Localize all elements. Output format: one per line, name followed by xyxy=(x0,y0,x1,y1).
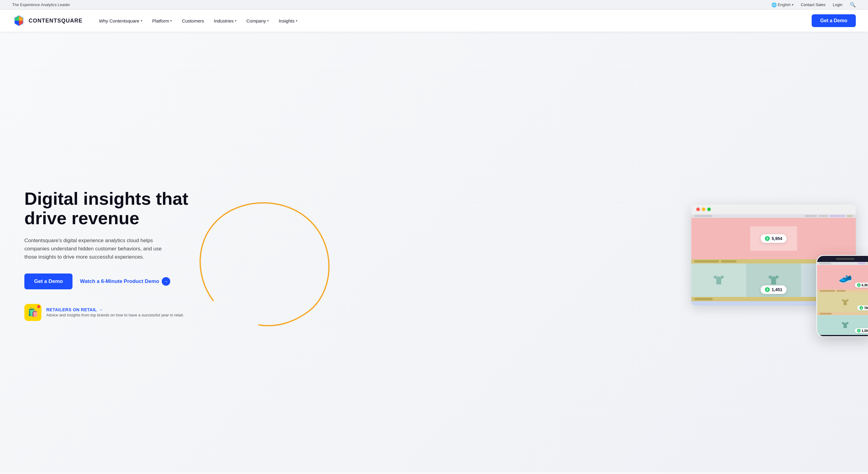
nav-item-industries[interactable]: Industries ▾ xyxy=(210,16,241,26)
price-badge-middle: $ 1,451 xyxy=(761,285,786,294)
nav-label-industries: Industries xyxy=(214,18,234,24)
mobile-bar-row-2 xyxy=(817,312,868,315)
tshirt-icon-mobile-2 xyxy=(840,320,850,330)
promo-text: RETAILERS ON RETAIL → Advice and insight… xyxy=(46,307,184,317)
mobile-bar-row xyxy=(817,289,868,292)
dollar-icon: $ xyxy=(857,329,861,333)
hero-secondary-label: Watch a 6-Minute Product Demo xyxy=(80,278,159,284)
hero-secondary-link[interactable]: Watch a 6-Minute Product Demo → xyxy=(80,277,170,286)
dollar-icon: $ xyxy=(857,283,861,287)
chevron-down-icon: ▾ xyxy=(267,19,269,23)
mobile-bot-price: 1,306 xyxy=(862,329,868,333)
window-close-dot xyxy=(696,207,700,211)
hero-section: Digital insights that drive revenue Cont… xyxy=(0,32,868,472)
window-min-dot xyxy=(702,207,705,211)
shoe-icon: 👟 xyxy=(838,271,852,283)
mobile-home-indicator xyxy=(836,258,854,260)
chevron-down-icon: ▾ xyxy=(792,3,794,6)
mobile-price-bot: $ 1,306 xyxy=(855,328,868,333)
nav-label-insights: Insights xyxy=(279,18,294,24)
dollar-icon: $ xyxy=(765,236,770,241)
hero-subtitle: Contentsquare's digital experience analy… xyxy=(24,236,164,261)
price-badge-top: $ 5,954 xyxy=(761,234,786,243)
nav-label-platform: Platform xyxy=(152,18,169,24)
tshirt-icon-1 xyxy=(711,273,726,287)
arrow-circle-icon: → xyxy=(162,277,170,286)
hero-visual: $ 5,954 xyxy=(201,179,856,331)
mobile-mockup: 👟 $ 6,381 $ xyxy=(816,255,868,337)
mobile-price-mid: $ 780 xyxy=(857,305,868,310)
language-label: English xyxy=(778,2,791,7)
promo-dot xyxy=(37,305,40,308)
contact-sales-link[interactable]: Contact Sales xyxy=(801,2,825,7)
mobile-bar-3 xyxy=(819,313,832,314)
top-bar-right: 🌐 English ▾ Contact Sales Login 🔍 xyxy=(771,2,856,8)
mobile-mid-price: 780 xyxy=(864,306,868,310)
nav-item-company[interactable]: Company ▾ xyxy=(242,16,273,26)
window-max-dot xyxy=(707,207,711,211)
search-icon[interactable]: 🔍 xyxy=(850,2,856,8)
mobile-top-price: 6,381 xyxy=(862,283,868,287)
swirl-decoration xyxy=(189,179,341,337)
nav-item-platform[interactable]: Platform ▾ xyxy=(148,16,177,26)
nav-item-insights[interactable]: Insights ▾ xyxy=(274,16,302,26)
nav-links: Why Contentsquare ▾ Platform ▾ Customers… xyxy=(95,16,812,26)
mobile-bottom-bar xyxy=(817,335,868,336)
middle-price: 1,451 xyxy=(771,287,782,292)
nav-label-why: Why Contentsquare xyxy=(99,18,140,24)
chevron-down-icon: ▾ xyxy=(296,19,298,23)
mobile-bar-1 xyxy=(819,290,835,292)
hero-buttons: Get a Demo Watch a 6-Minute Product Demo… xyxy=(24,273,201,289)
mockup-titlebar xyxy=(691,204,856,214)
dollar-icon: $ xyxy=(860,306,863,310)
dollar-icon: $ xyxy=(765,287,770,292)
top-price: 5,954 xyxy=(771,236,782,241)
logo-text: CONTENTSQUARE xyxy=(29,18,83,24)
promo-desc: Advice and insights from top brands on h… xyxy=(46,313,184,317)
globe-icon: 🌐 xyxy=(771,2,777,7)
promo-image: 🛍️ xyxy=(24,304,41,321)
promo-illustration: 🛍️ xyxy=(28,307,38,317)
chevron-down-icon: ▾ xyxy=(141,19,143,23)
promo-banner[interactable]: 🛍️ RETAILERS ON RETAIL → Advice and insi… xyxy=(24,304,201,321)
logo-icon xyxy=(12,14,26,27)
chevron-down-icon: ▾ xyxy=(170,19,172,23)
top-bar: The Experience Analytics Leader 🌐 Englis… xyxy=(0,0,868,10)
hero-content: Digital insights that drive revenue Cont… xyxy=(24,189,201,321)
chevron-down-icon: ▾ xyxy=(235,19,237,23)
nav-label-customers: Customers xyxy=(182,18,204,24)
nav-label-company: Company xyxy=(246,18,266,24)
nav-item-customers[interactable]: Customers xyxy=(178,16,208,26)
language-selector[interactable]: 🌐 English ▾ xyxy=(771,2,794,7)
logo[interactable]: CONTENTSQUARE xyxy=(12,14,83,27)
arrow-right-icon: → xyxy=(99,307,103,312)
mobile-price-top: $ 6,381 xyxy=(855,283,868,287)
mobile-body: 👟 $ 6,381 $ xyxy=(817,262,868,336)
mobile-notch xyxy=(817,256,868,262)
tshirt-icon-mobile xyxy=(840,298,850,307)
hero-cta-button[interactable]: Get a Demo xyxy=(24,273,72,289)
main-nav: CONTENTSQUARE Why Contentsquare ▾ Platfo… xyxy=(0,10,868,32)
tagline: The Experience Analytics Leader xyxy=(12,2,70,7)
login-link[interactable]: Login xyxy=(833,2,842,7)
nav-item-why[interactable]: Why Contentsquare ▾ xyxy=(95,16,147,26)
mobile-bar-2 xyxy=(837,290,846,292)
hero-title: Digital insights that drive revenue xyxy=(24,189,201,228)
nav-cta-button[interactable]: Get a Demo xyxy=(812,14,856,27)
promo-title: RETAILERS ON RETAIL → xyxy=(46,307,184,312)
